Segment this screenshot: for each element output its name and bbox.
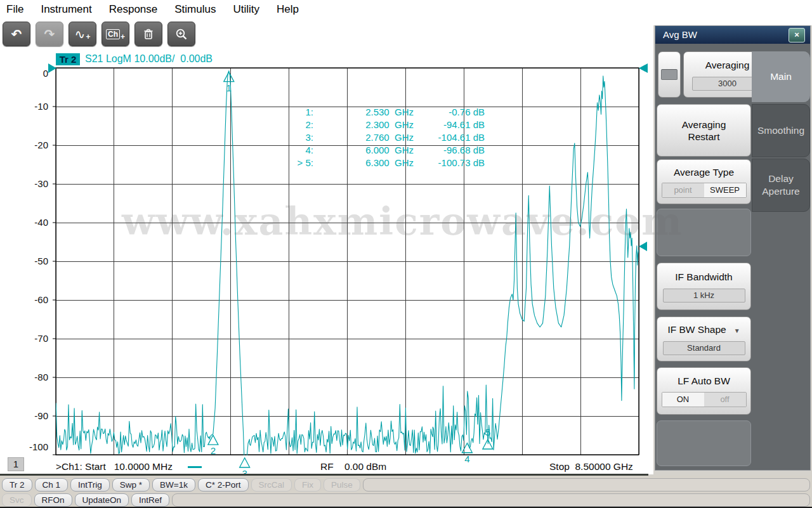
marker-number: 5 [485,427,490,438]
readout-cell: -100.73 dB [414,157,485,169]
if-bw-shape-label: IF BW Shape▼ [667,323,740,337]
status-empty-field [172,493,810,507]
if-bw-shape-button[interactable]: IF BW Shape▼ Standard [657,316,751,361]
status-fix[interactable]: Fix [294,478,321,492]
y-tick-label: -30 [19,178,48,190]
readout-cell: 6.300 GHz [313,157,414,169]
lf-auto-bw-button[interactable]: LF Auto BW ON off [657,367,751,415]
marker-readout-row: > 5:6.300 GHz-100.73 dB [284,157,485,169]
y-tick-label: -70 [19,333,48,344]
lf-auto-bw-on-option[interactable]: ON [662,393,704,407]
trace-badge[interactable]: Tr 2 [56,53,80,65]
readout-cell: 2.760 GHz [313,131,414,144]
marker-readout-row: 4:6.000 GHz-96.68 dB [284,144,485,157]
if-bandwidth-label: IF Bandwidth [675,271,732,283]
readout-cell: 2: [284,119,313,131]
lf-auto-bw-label: LF Auto BW [678,375,730,387]
readout-cell: 3: [284,131,313,144]
readout-cell: -96.68 dB [414,144,485,157]
blank-softkey-2 [657,420,751,466]
vna-window: FileInstrumentResponseStimulusUtilityHel… [0,0,812,508]
y-tick-label: -60 [19,294,48,306]
marker-readout-row: 3:2.760 GHz-104.61 dB [284,131,485,144]
rf-power-label: RF 0.00 dBm [320,461,386,472]
averaging-restart-label: Averaging Restart [672,119,736,143]
marker-readout-row: 2:2.300 GHz-94.61 dB [284,119,485,131]
y-tick-label: 0 [19,68,48,79]
status-svc[interactable]: Svc [2,493,32,507]
average-type-toggle: point SWEEP [662,183,747,198]
average-type-sweep-option[interactable]: SWEEP [704,183,746,197]
y-tick-label: -40 [19,217,48,228]
if-bandwidth-value: 1 kHz [663,289,745,303]
readout-cell: -0.76 dB [414,106,485,119]
y-tick-label: -10 [19,101,48,112]
status-tr-2[interactable]: Tr 2 [2,478,32,492]
close-icon[interactable]: × [789,28,805,42]
averaging-enable-button[interactable] [658,51,681,98]
marker-number: 2 [211,445,216,456]
marker-number: 4 [464,453,469,464]
readout-cell: -94.61 dB [414,119,485,131]
average-type-point-option[interactable]: point [662,183,704,197]
panel-titlebar: Avg BW × [655,26,810,44]
readout-cell: 2.300 GHz [313,119,414,131]
averaging-label: Averaging [705,59,750,71]
y-tick-label: -80 [19,372,48,383]
status-bar: Tr 2Ch 1IntTrigSwp *BW=1kC* 2-PortSrcCal… [0,476,812,508]
averaging-led-indicator [661,69,678,80]
readout-cell: 4: [284,144,313,157]
status-intref[interactable]: IntRef [131,493,169,507]
channel-badge: 1 [8,457,24,471]
readout-cell: -104.61 dB [414,131,485,144]
lf-auto-bw-off-option[interactable]: off [704,393,746,407]
tab-smoothing[interactable]: Smoothing [752,104,810,157]
marker-readout: 1:2.530 GHz-0.76 dB2:2.300 GHz-94.61 dB3… [284,106,485,169]
readout-cell: 2.530 GHz [313,106,414,119]
status-rfon[interactable]: RFOn [34,493,72,507]
status-row-2: SvcRFOnUpdateOnIntRef [2,493,810,507]
averaging-restart-button[interactable]: Averaging Restart [657,104,751,157]
tab-delay-aperture[interactable]: Delay Aperture [752,159,810,212]
y-axis-ticks [53,68,56,455]
readout-cell: 1: [284,106,313,119]
status-c-2-port[interactable]: C* 2-Port [198,478,249,492]
if-bw-shape-text: IF BW Shape [667,324,726,335]
y-tick-label: -20 [19,140,48,151]
lf-auto-bw-toggle: ON off [662,392,747,407]
average-type-label: Average Type [674,166,734,178]
y-tick-label: -90 [19,410,48,422]
status-swp-[interactable]: Swp * [112,478,150,492]
status-row-1: Tr 2Ch 1IntTrigSwp *BW=1kC* 2-PortSrcCal… [2,478,810,492]
blank-softkey-1 [657,209,751,256]
start-frequency-label: >Ch1: Start 10.0000 MHz [56,461,173,472]
tab-main[interactable]: Main [752,51,810,102]
marker-readout-row: 1:2.530 GHz-0.76 dB [284,106,485,119]
status-pulse[interactable]: Pulse [324,478,360,492]
plot-area: 12345 [0,0,653,483]
readout-cell: > 5: [284,157,313,169]
if-bandwidth-button[interactable]: IF Bandwidth 1 kHz [657,263,751,310]
status-srccal[interactable]: SrcCal [251,478,292,492]
avg-bw-panel: Avg BW × Averaging 3000 Averaging Restar… [655,25,811,471]
trace-format-label: S21 LogM 10.00dB/ 0.00dB [85,53,213,65]
marker-number: 1 [226,82,232,93]
status-empty-field [363,478,810,492]
readout-cell: 6.000 GHz [313,144,414,157]
if-bw-shape-value: Standard [663,341,745,355]
status-updateon[interactable]: UpdateOn [75,493,129,507]
y-tick-label: -50 [19,256,48,267]
trace-edge-indicator [639,242,647,251]
status-bw-1k[interactable]: BW=1k [152,478,195,492]
status-ch-1[interactable]: Ch 1 [35,478,69,492]
marker-1[interactable]: 1 [224,72,234,93]
trace-color-key [188,466,202,468]
stop-frequency-label: Stop 8.50000 GHz [549,461,633,472]
y-tick-label: -100 [19,441,48,453]
panel-title: Avg BW [663,29,697,40]
average-type-button[interactable]: Average Type point SWEEP [657,159,751,204]
status-inttrig[interactable]: IntTrig [70,478,110,492]
ref-level-indicator-right [639,63,648,73]
chevron-down-icon: ▼ [734,327,740,334]
